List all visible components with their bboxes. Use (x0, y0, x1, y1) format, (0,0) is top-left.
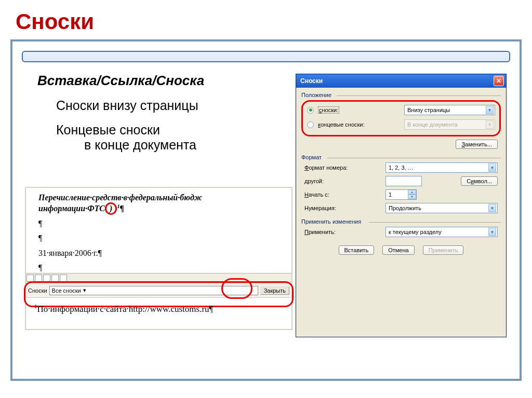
footnote-select[interactable]: Все сноски▾ (49, 286, 258, 295)
doc-bold-line: Перечисление·средств·в·федеральный·бюдж (38, 193, 279, 202)
chevron-down-icon: ▼ (486, 106, 494, 114)
view-mode-icon[interactable] (60, 275, 67, 282)
chevron-down-icon: ▼ (488, 204, 496, 212)
footnote-bar: Сноски Все сноски▾ Закрыть (26, 283, 291, 298)
other-symbol-input[interactable] (385, 176, 422, 186)
highlight-frame: сноски: Внизу страницы ▼ концевые сноски… (301, 100, 501, 136)
group-position-label: Положение (301, 92, 501, 98)
text-line: Сноски внизу страницы (56, 98, 292, 113)
chevron-down-icon: ▼ (488, 163, 496, 172)
close-footnotes-button[interactable]: Закрыть (260, 286, 289, 295)
footnote-bar-label: Сноски (28, 287, 47, 294)
radio-footnotes-label: сноски: (318, 107, 400, 113)
group-format-label: Формат (301, 154, 501, 160)
insert-button[interactable]: Вставить (339, 245, 375, 255)
dialog-titlebar[interactable]: Сноски ✕ (296, 74, 506, 88)
group-apply-label: Применить изменения (301, 218, 501, 225)
replace-button[interactable]: Заменить... (456, 140, 498, 149)
group-divider (369, 222, 501, 223)
view-toolbar (26, 273, 291, 283)
paragraph-mark: ¶ (38, 262, 279, 273)
footnotes-position-combo[interactable]: Внизу страницы ▼ (404, 105, 495, 115)
close-icon[interactable]: ✕ (494, 76, 504, 86)
doc-date-line: 31·января·2006·г.¶ (38, 248, 279, 259)
start-at-label: Начать с: (304, 191, 381, 198)
group-divider (337, 95, 501, 96)
view-mode-icon[interactable] (35, 275, 42, 282)
radio-endnotes[interactable] (307, 121, 314, 128)
spinner-up-icon[interactable]: ▲ (408, 190, 416, 195)
slide-content: Вставка/Ссылка/Сноска Сноски внизу стран… (10, 39, 522, 381)
number-format-combo[interactable]: 1, 2, 3, … ▼ (385, 162, 498, 173)
slide-title: Сноски (0, 0, 532, 39)
view-mode-icon[interactable] (43, 275, 50, 282)
text-line: Концевые сноски (56, 122, 292, 138)
doc-bold-line: информации·ФТС)1¶ (38, 202, 279, 215)
number-format-label: Формат номера: (304, 164, 381, 171)
radio-endnotes-label: концевые сноски: (318, 121, 400, 128)
start-at-spinner[interactable]: 1 ▲▼ (385, 189, 417, 200)
paragraph-mark: ¶ (38, 232, 279, 244)
footnotes-dialog: Сноски ✕ Положение сноски: Внизу страниц… (296, 74, 507, 337)
other-symbol-label: другой: (304, 178, 381, 184)
endnotes-position-combo: В конце документа ▼ (404, 119, 495, 130)
radio-footnotes[interactable] (307, 107, 314, 114)
chevron-down-icon: ▾ (81, 287, 88, 294)
dialog-title: Сноски (300, 77, 323, 85)
apply-to-combo[interactable]: к текущему разделу ▼ (385, 227, 498, 237)
cancel-button[interactable]: Отмена (382, 245, 414, 255)
footnote-text: 1По·информации·с·сайта·http://www.custom… (34, 303, 213, 314)
paragraph-mark: ¶ (38, 218, 279, 229)
numbering-combo[interactable]: Продолжить ▼ (385, 203, 498, 213)
symbol-button[interactable]: Символ... (461, 176, 498, 186)
spinner-down-icon[interactable]: ▼ (408, 195, 416, 199)
chevron-down-icon: ▼ (488, 228, 496, 236)
chevron-down-icon: ▼ (486, 120, 494, 129)
view-mode-icon[interactable] (26, 275, 34, 282)
view-mode-icon[interactable] (51, 275, 59, 282)
group-divider (327, 158, 501, 158)
highlight-circle-icon: ) (105, 202, 117, 215)
document-preview: Перечисление·средств·в·федеральный·бюдж … (25, 187, 292, 330)
apply-to-label: Применить: (304, 229, 381, 235)
apply-button: Применить (423, 245, 464, 255)
menu-path: Вставка/Ссылка/Сноска (37, 73, 292, 89)
decorative-band (22, 51, 510, 62)
numbering-label: Нумерация: (304, 205, 381, 211)
explanation-text: Вставка/Ссылка/Сноска Сноски внизу стран… (37, 73, 292, 153)
text-line: в конце документа (84, 138, 292, 153)
